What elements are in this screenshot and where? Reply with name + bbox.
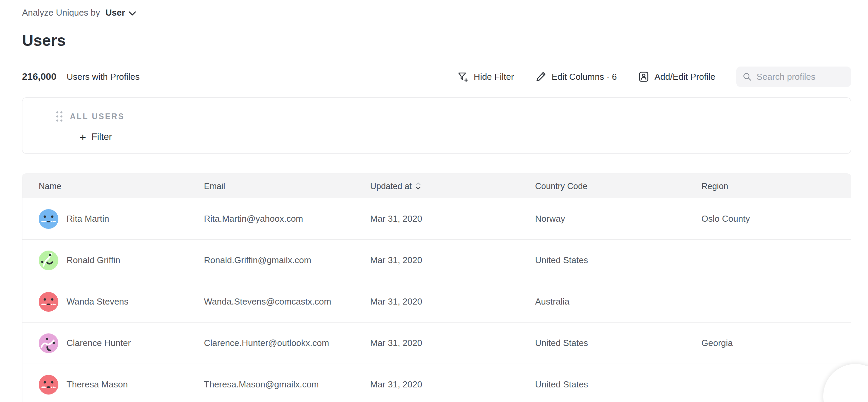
user-email: Clarence.Hunter@outlookx.com bbox=[204, 338, 370, 348]
column-header-region[interactable]: Region bbox=[701, 181, 851, 191]
table-header-row: Name Email Updated at Country Code Regio… bbox=[22, 174, 851, 198]
user-country: United States bbox=[535, 338, 701, 348]
drag-handle-icon[interactable] bbox=[56, 111, 62, 122]
user-country: United States bbox=[535, 255, 701, 266]
user-country: Australia bbox=[535, 296, 701, 307]
add-filter-button[interactable]: + Filter bbox=[79, 132, 112, 142]
search-profiles-box[interactable] bbox=[736, 67, 851, 87]
add-filter-label: Filter bbox=[92, 132, 112, 142]
user-country: Norway bbox=[535, 214, 701, 224]
add-edit-profile-label: Add/Edit Profile bbox=[655, 72, 715, 82]
analyze-uniques-label: Analyze Uniques by bbox=[22, 7, 100, 18]
avatar bbox=[39, 375, 58, 395]
users-table: Name Email Updated at Country Code Regio… bbox=[22, 173, 851, 402]
profile-count-group: 216,000 Users with Profiles bbox=[22, 71, 140, 82]
avatar bbox=[39, 209, 58, 229]
user-name: Wanda Stevens bbox=[67, 296, 129, 307]
user-email: Rita.Martin@yahoox.com bbox=[204, 214, 370, 224]
avatar bbox=[39, 292, 58, 312]
table-row[interactable]: Wanda Stevens Wanda.Stevens@comcastx.com… bbox=[22, 281, 851, 323]
user-name: Ronald Griffin bbox=[67, 255, 120, 266]
hide-filter-button[interactable]: Hide Filter bbox=[457, 71, 514, 83]
plus-icon: + bbox=[79, 132, 86, 142]
analyze-uniques-bar: Analyze Uniques by User bbox=[22, 7, 136, 18]
hide-filter-label: Hide Filter bbox=[474, 72, 514, 82]
profile-card-icon bbox=[638, 71, 649, 83]
filter-group-header: ALL USERS bbox=[56, 111, 125, 122]
stats-toolbar-row: 216,000 Users with Profiles Hide Filter … bbox=[22, 67, 851, 87]
user-updated-at: Mar 31, 2020 bbox=[370, 379, 535, 390]
column-header-name[interactable]: Name bbox=[22, 181, 204, 191]
page-title: Users bbox=[22, 31, 66, 50]
edit-columns-button[interactable]: Edit Columns · 6 bbox=[535, 71, 617, 83]
add-edit-profile-button[interactable]: Add/Edit Profile bbox=[638, 71, 715, 83]
uniques-by-value: User bbox=[106, 7, 125, 18]
user-country: United States bbox=[535, 379, 701, 390]
user-updated-at: Mar 31, 2020 bbox=[370, 296, 535, 307]
column-header-updated-at[interactable]: Updated at bbox=[370, 181, 535, 191]
table-row[interactable]: Ronald Griffin Ronald.Griffin@gmailx.com… bbox=[22, 240, 851, 281]
user-region: Oslo County bbox=[701, 214, 851, 224]
toolbar: Hide Filter Edit Columns · 6 Add/Edit Pr… bbox=[457, 67, 851, 87]
user-email: Ronald.Griffin@gmailx.com bbox=[204, 255, 370, 266]
user-updated-at: Mar 31, 2020 bbox=[370, 338, 535, 348]
pencil-icon bbox=[535, 71, 547, 83]
funnel-plus-icon bbox=[457, 71, 469, 83]
chevron-down-icon bbox=[129, 11, 136, 16]
table-row[interactable]: Theresa Mason Theresa.Mason@gmailx.com M… bbox=[22, 364, 851, 402]
user-name: Clarence Hunter bbox=[67, 338, 131, 348]
sort-icon bbox=[416, 182, 421, 190]
user-email: Theresa.Mason@gmailx.com bbox=[204, 379, 370, 390]
edit-columns-label: Edit Columns · 6 bbox=[552, 72, 617, 82]
users-page: Analyze Uniques by User Users 216,000 Us… bbox=[0, 0, 868, 402]
filter-group-label: ALL USERS bbox=[70, 112, 125, 121]
user-name: Rita Martin bbox=[67, 214, 109, 224]
user-updated-at: Mar 31, 2020 bbox=[370, 214, 535, 224]
user-updated-at: Mar 31, 2020 bbox=[370, 255, 535, 266]
search-profiles-input[interactable] bbox=[757, 72, 845, 82]
user-name: Theresa Mason bbox=[67, 379, 128, 390]
avatar bbox=[39, 333, 58, 353]
table-row[interactable]: Rita Martin Rita.Martin@yahoox.com Mar 3… bbox=[22, 198, 851, 240]
column-header-country-code[interactable]: Country Code bbox=[535, 181, 701, 191]
filter-panel: ALL USERS + Filter bbox=[22, 97, 851, 154]
avatar bbox=[39, 251, 58, 270]
uniques-by-dropdown[interactable]: User bbox=[106, 7, 136, 18]
search-icon bbox=[742, 71, 752, 82]
user-email: Wanda.Stevens@comcastx.com bbox=[204, 296, 370, 307]
table-row[interactable]: Clarence Hunter Clarence.Hunter@outlookx… bbox=[22, 323, 851, 364]
profile-count-label: Users with Profiles bbox=[67, 72, 139, 82]
user-region: Georgia bbox=[701, 338, 851, 348]
column-header-email[interactable]: Email bbox=[204, 181, 370, 191]
profile-count: 216,000 bbox=[22, 71, 56, 82]
